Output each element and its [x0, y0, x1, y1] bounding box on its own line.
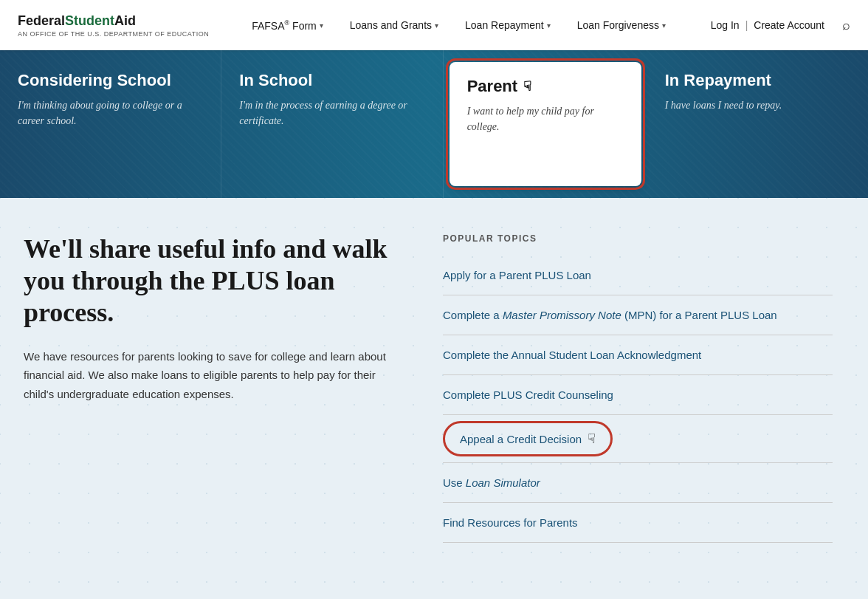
- topic-item-annual-acknowledgment: Complete the Annual Student Loan Acknowl…: [443, 335, 833, 375]
- search-icon: ⌕: [842, 18, 850, 32]
- chevron-down-icon: ▾: [547, 21, 551, 30]
- topic-link-resources-parents[interactable]: Find Resources for Parents: [443, 503, 833, 542]
- page-heading: We'll share useful info and walk you thr…: [24, 233, 407, 329]
- hero-cards-container: Considering School I'm thinking about go…: [0, 50, 868, 198]
- topic-item-appeal-credit: Appeal a Credit Decision ☟: [443, 415, 833, 463]
- search-button[interactable]: ⌕: [842, 18, 850, 33]
- in-repayment-desc: I have loans I need to repay.: [665, 97, 850, 113]
- considering-school-title: Considering School: [18, 71, 203, 90]
- topic-link-apply-parent-plus[interactable]: Apply for a Parent PLUS Loan: [443, 256, 833, 295]
- topic-item-loan-simulator: Use Loan Simulator: [443, 463, 833, 503]
- nav-fafsa-form[interactable]: FAFSA® Form ▾: [238, 0, 337, 50]
- nav-repayment-label: Loan Repayment: [465, 19, 544, 31]
- hero-card-considering-school[interactable]: Considering School I'm thinking about go…: [0, 50, 221, 198]
- right-column: POPULAR TOPICS Apply for a Parent PLUS L…: [443, 233, 833, 543]
- site-logo[interactable]: FederalStudentAid An Office of the U.S. …: [18, 13, 209, 38]
- nav-loan-repayment[interactable]: Loan Repayment ▾: [452, 0, 564, 50]
- parent-title: Parent ☟: [467, 77, 623, 96]
- site-header: FederalStudentAid An Office of the U.S. …: [0, 0, 868, 50]
- topic-item-complete-mpn: Complete a Master Promissory Note (MPN) …: [443, 295, 833, 335]
- main-nav: FAFSA® Form ▾ Loans and Grants ▾ Loan Re…: [238, 0, 711, 50]
- hero-card-in-repayment[interactable]: In Repayment I have loans I need to repa…: [647, 50, 868, 198]
- loan-sim-start: Use: [443, 476, 466, 489]
- considering-school-desc: I'm thinking about going to college or a…: [18, 97, 203, 129]
- hero-banner: Considering School I'm thinking about go…: [0, 50, 868, 198]
- chevron-down-icon: ▾: [320, 21, 323, 30]
- nav-loans-label: Loans and Grants: [350, 19, 432, 31]
- cursor-icon: ☟: [523, 78, 531, 95]
- logo-subtitle: An Office of the U.S. Department of Educ…: [18, 30, 209, 38]
- create-account-link[interactable]: Create Account: [754, 19, 824, 31]
- nav-loans-grants[interactable]: Loans and Grants ▾: [337, 0, 452, 50]
- left-column: We'll share useful info and walk you thr…: [24, 233, 407, 543]
- parent-desc: I want to help my child pay for college.: [467, 103, 623, 134]
- page-body-text: We have resources for parents looking to…: [24, 347, 407, 404]
- chevron-down-icon: ▾: [435, 21, 438, 30]
- loan-sim-italic: Loan Simulator: [466, 476, 540, 489]
- topic-link-credit-counseling[interactable]: Complete PLUS Credit Counseling: [443, 375, 833, 414]
- in-school-desc: I'm in the process of earning a degree o…: [239, 97, 424, 129]
- in-repayment-title: In Repayment: [665, 71, 850, 90]
- auth-divider: |: [745, 19, 748, 31]
- logo-text: FederalStudentAid: [18, 13, 209, 29]
- main-content: We'll share useful info and walk you thr…: [0, 198, 868, 578]
- header-auth: Log In | Create Account ⌕: [711, 18, 850, 33]
- topic-link-annual-acknowledgment[interactable]: Complete the Annual Student Loan Acknowl…: [443, 335, 833, 374]
- nav-loan-forgiveness[interactable]: Loan Forgiveness ▾: [564, 0, 679, 50]
- in-school-title: In School: [239, 71, 424, 90]
- chevron-down-icon: ▾: [662, 21, 666, 30]
- topic-link-appeal-credit[interactable]: Appeal a Credit Decision: [460, 431, 582, 447]
- login-link[interactable]: Log In: [711, 19, 740, 31]
- topic-list: Apply for a Parent PLUS Loan Complete a …: [443, 256, 833, 543]
- nav-fafsa-label: FAFSA® Form: [252, 19, 317, 32]
- mpn-text-start: Complete a: [443, 309, 503, 321]
- mpn-text-end: (MPN) for a Parent PLUS Loan: [621, 309, 777, 321]
- content-wrapper: Considering School I'm thinking about go…: [0, 50, 868, 578]
- topic-item-resources-parents: Find Resources for Parents: [443, 503, 833, 543]
- hero-card-parent[interactable]: Parent ☟ I want to help my child pay for…: [450, 62, 641, 186]
- appeal-credit-highlight-box: Appeal a Credit Decision ☟: [443, 421, 613, 456]
- topic-item-credit-counseling: Complete PLUS Credit Counseling: [443, 375, 833, 415]
- cursor-hand-icon: ☟: [588, 431, 596, 447]
- popular-topics-label: POPULAR TOPICS: [443, 233, 833, 244]
- nav-forgiveness-label: Loan Forgiveness: [577, 19, 659, 31]
- mpn-text-italic: Master Promissory Note: [503, 309, 621, 321]
- hero-card-in-school[interactable]: In School I'm in the process of earning …: [221, 50, 443, 198]
- topic-link-complete-mpn[interactable]: Complete a Master Promissory Note (MPN) …: [443, 295, 833, 335]
- topic-item-apply-parent-plus: Apply for a Parent PLUS Loan: [443, 256, 833, 295]
- topic-link-loan-simulator[interactable]: Use Loan Simulator: [443, 463, 833, 502]
